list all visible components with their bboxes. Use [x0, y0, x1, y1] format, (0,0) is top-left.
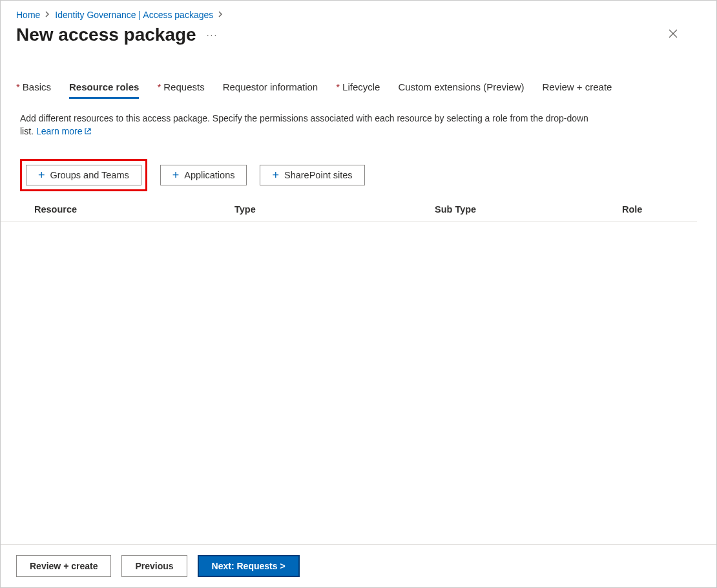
tab-resource-roles[interactable]: Resource roles	[69, 81, 139, 99]
more-actions-icon[interactable]: ···	[207, 30, 218, 40]
plus-icon: +	[38, 169, 45, 181]
close-button[interactable]	[665, 24, 681, 45]
learn-more-label: Learn more	[36, 126, 83, 136]
column-header-resource[interactable]: Resource	[34, 204, 234, 215]
add-applications-button[interactable]: + Applications	[160, 165, 247, 185]
add-groups-teams-button[interactable]: + Groups and Teams	[26, 165, 141, 185]
description: Add different resources to this access p…	[1, 99, 608, 138]
required-indicator: *	[336, 81, 340, 92]
tab-requestor-information[interactable]: Requestor information	[223, 81, 318, 99]
description-text: Add different resources to this access p…	[20, 113, 588, 136]
tab-label: Custom extensions (Preview)	[398, 81, 524, 92]
chevron-right-icon	[218, 10, 223, 19]
button-label: Groups and Teams	[50, 170, 129, 180]
tabs: *Basics Resource roles *Requests Request…	[1, 81, 716, 99]
review-create-button[interactable]: Review + create	[16, 555, 111, 577]
tab-label: Requestor information	[223, 81, 318, 92]
required-indicator: *	[16, 81, 20, 92]
title-row: New access package ···	[1, 20, 716, 45]
tab-basics[interactable]: *Basics	[16, 81, 51, 99]
add-sharepoint-sites-button[interactable]: + SharePoint sites	[260, 165, 364, 185]
button-label: SharePoint sites	[284, 170, 353, 180]
tab-requests[interactable]: *Requests	[157, 81, 204, 99]
breadcrumb-section[interactable]: Identity Governance | Access packages	[55, 10, 213, 20]
plus-icon: +	[172, 169, 180, 181]
tab-label: Review + create	[543, 81, 612, 92]
plus-icon: +	[272, 169, 279, 181]
column-header-role[interactable]: Role	[622, 204, 678, 215]
tab-label: Resource roles	[69, 81, 139, 92]
tab-label: Basics	[23, 81, 51, 92]
tab-lifecycle[interactable]: *Lifecycle	[336, 81, 380, 99]
page-root: Home Identity Governance | Access packag…	[0, 0, 717, 588]
breadcrumb: Home Identity Governance | Access packag…	[1, 1, 716, 20]
tab-label: Lifecycle	[342, 81, 380, 92]
close-icon	[669, 29, 678, 38]
resource-table-header: Resource Type Sub Type Role	[1, 191, 697, 222]
annotation-highlight: + Groups and Teams	[20, 159, 147, 191]
page-title: New access package	[16, 25, 196, 45]
empty-table-body	[1, 222, 716, 544]
external-link-icon	[84, 125, 92, 133]
next-button[interactable]: Next: Requests >	[198, 555, 300, 577]
button-label: Applications	[184, 170, 234, 180]
column-header-subtype[interactable]: Sub Type	[435, 204, 622, 215]
breadcrumb-home[interactable]: Home	[16, 10, 40, 20]
required-indicator: *	[157, 81, 161, 92]
previous-button[interactable]: Previous	[121, 555, 187, 577]
tab-review-create[interactable]: Review + create	[543, 81, 612, 99]
tab-label: Requests	[163, 81, 204, 92]
add-resource-buttons: + Groups and Teams + Applications + Shar…	[1, 138, 716, 191]
tab-custom-extensions[interactable]: Custom extensions (Preview)	[398, 81, 524, 99]
footer: Review + create Previous Next: Requests …	[1, 544, 716, 587]
chevron-right-icon	[45, 10, 50, 19]
column-header-type[interactable]: Type	[234, 204, 435, 215]
learn-more-link[interactable]: Learn more	[36, 126, 92, 136]
